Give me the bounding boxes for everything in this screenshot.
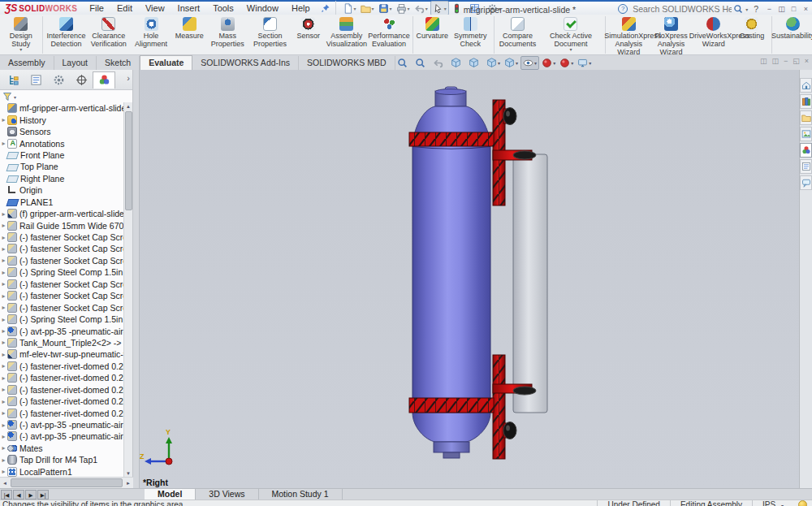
tree-item[interactable]: ▸ (-) fastener Socket Cap Screw M4 16mm <box>0 243 125 254</box>
search-caret[interactable]: ▾ <box>745 6 748 12</box>
print[interactable]: ▾ <box>395 2 412 15</box>
dropdown-caret[interactable]: ▾ <box>408 6 410 11</box>
ribbon-tool[interactable]: DriveWorksXpress Wizard ▾ <box>693 16 735 53</box>
ribbon-tool[interactable]: Design Study ▾ <box>2 16 43 54</box>
status-units[interactable]: IPS ▾ <box>752 500 793 506</box>
menu-item[interactable]: Insert <box>172 2 206 14</box>
display-style[interactable]: ▾ <box>503 57 520 69</box>
dynamic-annotation-views[interactable]: ▾ <box>467 57 484 69</box>
ribbon-tool[interactable]: Check Active Document ▾ <box>539 16 606 54</box>
expand-arrow[interactable]: ▸ <box>0 257 7 264</box>
tree-item[interactable]: Sensors <box>0 126 125 137</box>
design-library[interactable] <box>800 94 812 109</box>
menu-item[interactable]: Edit <box>111 2 138 14</box>
dropdown-caret[interactable]: ▾ <box>19 48 22 52</box>
tree-item[interactable]: ▸ Annotations <box>0 137 125 149</box>
tree-item[interactable]: mf-gripper-arm-vertical-slide (Default <box>0 102 125 114</box>
previous-view[interactable]: ▾ <box>431 57 448 69</box>
expand-arrow[interactable]: ▸ <box>0 468 7 475</box>
expand-arrow[interactable]: ▸ <box>0 316 7 323</box>
expand-arrow[interactable]: ▸ <box>0 269 7 276</box>
maximize[interactable]: □ <box>788 5 800 13</box>
open[interactable]: ▾ <box>359 2 376 15</box>
expand-arrow[interactable]: ▸ <box>0 339 7 346</box>
propertymanager[interactable] <box>24 71 47 89</box>
tree-item[interactable]: ▸ (-) Spring Steel Comp 1.5in L,0.970in … <box>0 266 125 278</box>
help-button[interactable]: ? <box>754 4 758 14</box>
expand-arrow[interactable]: ▸ <box>0 374 7 382</box>
pin-icon[interactable] <box>321 3 330 13</box>
new-document[interactable]: ▾ <box>341 2 358 15</box>
ribbon-tool[interactable]: Interference Detection ▾ <box>45 16 87 53</box>
expand-arrow[interactable]: ▸ <box>0 362 7 370</box>
search-icon[interactable] <box>733 4 743 14</box>
custom-properties[interactable] <box>800 159 812 174</box>
document-tab[interactable]: Model <box>145 489 196 500</box>
ribbon-tool[interactable]: Compare Documents ▾ <box>496 16 538 53</box>
search-input[interactable] <box>631 3 733 15</box>
home[interactable] <box>800 78 812 93</box>
tree-item[interactable]: ▸ Tank_Mount_Triple2<2> -> (Default<< <box>0 337 125 348</box>
zoom-to-area[interactable]: ▾ <box>413 57 430 69</box>
tree-vertical-scrollbar[interactable]: ▲ ▼ <box>123 102 132 478</box>
tree-item[interactable]: Origin <box>0 184 125 196</box>
command-tab[interactable]: SOLIDWORKS Add-Ins <box>192 56 299 70</box>
cascade[interactable]: ◫ <box>760 57 767 65</box>
tab-nav-button[interactable]: ▶ <box>25 490 37 500</box>
expand-arrow[interactable]: ▸ <box>0 234 7 241</box>
scroll-left-arrow[interactable]: ◄ <box>0 481 10 486</box>
tree-item[interactable]: ▸ Tap Drill for M4 Tap1 <box>0 454 125 465</box>
dropdown-caret[interactable]: ▾ <box>498 60 500 66</box>
restore-doc[interactable]: ◱ <box>793 57 800 65</box>
apply-scene[interactable]: ▾ <box>558 57 575 69</box>
document-tab[interactable]: Motion Study 1 <box>259 489 343 500</box>
command-tab[interactable]: Assembly <box>0 56 54 70</box>
ribbon-tool[interactable]: Clearance Verification ▾ <box>88 16 130 53</box>
ribbon-tool[interactable]: Sensor ▾ <box>292 16 326 45</box>
tree-item[interactable]: ▸ (-) avt-pp-35 -pneumatic-air-tank-rese <box>0 430 125 442</box>
command-tab[interactable]: Layout <box>54 56 97 70</box>
expand-arrow[interactable]: ▸ <box>0 210 7 218</box>
section-view[interactable]: ▾ <box>449 57 466 69</box>
menu-item[interactable]: File <box>84 2 110 14</box>
ribbon-tool[interactable]: Section Properties ▾ <box>248 16 291 53</box>
command-tab[interactable]: Sketch <box>97 56 140 70</box>
tree-item[interactable]: ▸ mf-elev-twr-sup-pneumatic-tanks< <box>0 348 125 360</box>
tree-item[interactable]: ▸ (-) fastener-rivet-domed 0.25dia 0.251 <box>0 396 125 407</box>
tree-item[interactable]: ▸ (-) Spring Steel Comp 1.5in L,0.970in … <box>0 314 125 325</box>
tree-item[interactable]: ▸ (-) fastener-rivet-domed 0.25dia 0.251 <box>0 407 125 418</box>
view-settings[interactable]: ▾ <box>576 57 593 69</box>
hide-show-items[interactable]: ▾ <box>520 56 539 70</box>
tree-item[interactable]: ▸ (-) fastener Socket Cap Screw Flanged <box>0 279 125 290</box>
expand-arrow[interactable]: ▸ <box>0 280 7 288</box>
tree-item[interactable]: ▸ (-) fastener Socket Cap Screw M4 16mm <box>0 231 125 243</box>
menu-item[interactable]: Help <box>286 2 316 14</box>
close-doc[interactable]: × <box>805 57 809 65</box>
expand-arrow[interactable]: ▸ <box>0 444 7 452</box>
menu-item[interactable]: Tools <box>207 2 240 14</box>
file-explorer[interactable] <box>800 110 812 125</box>
expand-arrow[interactable]: ▸ <box>0 409 7 417</box>
ribbon-tool[interactable]: Hole Alignment ▾ <box>130 16 172 53</box>
tree-item[interactable]: ▸ (-) fastener Socket Cap Screw Flanged <box>0 301 125 313</box>
tree-item[interactable]: ▸ (-) fastener Socket Cap Screw Flanged <box>0 255 125 266</box>
tree-item[interactable]: ▸ (f) gripper-arm-vertical-slide-frame <box>0 208 125 219</box>
tree-item[interactable]: ▸ (-) avt-pp-35 -pneumatic-air-tank-rese <box>0 419 125 430</box>
ribbon-tool[interactable]: Assembly Visualization ▾ <box>326 16 368 53</box>
tab-nav-button[interactable]: ◀ <box>13 490 24 500</box>
tab-nav-button[interactable]: ▶| <box>37 490 49 500</box>
command-tab[interactable]: SOLIDWORKS MBD <box>299 56 395 70</box>
tree-horizontal-scrollbar[interactable]: ◄ ► <box>0 477 133 488</box>
tree-item[interactable]: ▸ (-) avt-pp-35 -pneumatic-air-tank-rese <box>0 325 125 336</box>
featuremanager-design-tree[interactable] <box>2 71 24 89</box>
panel-expand-arrow[interactable]: › <box>127 73 130 83</box>
help-ball-icon[interactable] <box>798 500 807 506</box>
dropdown-caret[interactable]: ▾ <box>589 60 591 66</box>
tree-item[interactable]: PLANE1 <box>0 197 125 208</box>
zoom-to-fit[interactable]: ▾ <box>395 57 412 69</box>
expand-arrow[interactable]: ▸ <box>0 245 7 253</box>
save[interactable]: ▾ <box>377 2 394 15</box>
dropdown-caret[interactable]: ▾ <box>516 60 518 66</box>
panel-splitter[interactable] <box>133 70 140 488</box>
dropdown-caret[interactable]: ▾ <box>534 60 537 66</box>
